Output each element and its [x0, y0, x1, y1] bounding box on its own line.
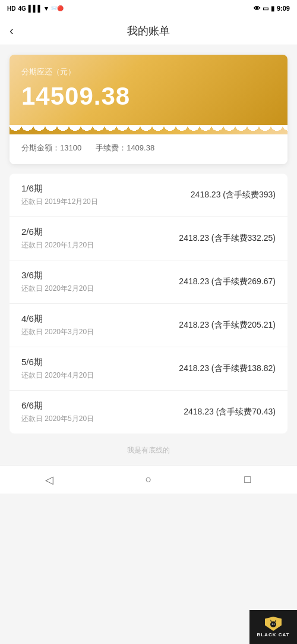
summary-card: 分期应还（元） 14509.38 分期金额：13100 手续费：1409.38: [10, 55, 287, 164]
shield-icon: [265, 617, 282, 631]
recent-nav-button[interactable]: □: [239, 472, 256, 488]
item-amount-3: 2418.23 (含手续费205.21): [179, 320, 276, 331]
item-left-4: 5/6期 还款日 2020年4月20日: [21, 357, 94, 381]
item-period-0: 1/6期: [21, 183, 98, 194]
signal-icon: ▌▌▌: [29, 5, 42, 12]
item-period-1: 2/6期: [21, 227, 94, 238]
item-left-0: 1/6期 还款日 2019年12月20日: [21, 183, 98, 207]
carrier-text: HD: [7, 5, 15, 12]
time-display: 9:09: [277, 5, 290, 12]
installment-item: 4/6期 还款日 2020年3月20日 2418.23 (含手续费205.21): [10, 304, 287, 347]
page-title: 我的账单: [127, 24, 170, 38]
item-amount-1: 2418.23 (含手续费332.25): [179, 233, 276, 244]
black-cat-watermark: BLACK CAT: [249, 610, 297, 644]
item-amount-2: 2418.23 (含手续费269.67): [179, 277, 276, 287]
black-cat-label: BLACK CAT: [257, 632, 289, 637]
installment-item: 1/6期 还款日 2019年12月20日 2418.23 (含手续费393): [10, 174, 287, 217]
item-date-2: 还款日 2020年2月20日: [21, 284, 94, 294]
item-left-2: 3/6期 还款日 2020年2月20日: [21, 270, 94, 294]
item-left-1: 2/6期 还款日 2020年1月20日: [21, 227, 94, 250]
item-left-5: 6/6期 还款日 2020年5月20日: [21, 400, 94, 424]
footer-text: 我是有底线的: [0, 433, 297, 463]
4g-icon: 4G: [18, 5, 26, 12]
battery-icon: ▮: [271, 5, 274, 12]
fee-detail: 手续费：1409.38: [96, 143, 154, 153]
status-left: HD 4G ▌▌▌ ▾ 📨🔴: [7, 5, 64, 12]
installment-item: 2/6期 还款日 2020年1月20日 2418.23 (含手续费332.25): [10, 217, 287, 260]
svg-point-3: [272, 624, 273, 625]
installment-list: 1/6期 还款日 2019年12月20日 2418.23 (含手续费393) 2…: [10, 174, 287, 433]
svg-marker-1: [270, 620, 272, 622]
cat-face-icon: [268, 619, 278, 629]
svg-point-4: [274, 624, 275, 625]
svg-marker-2: [274, 620, 276, 622]
item-period-3: 4/6期: [21, 313, 94, 325]
wifi-icon: ▾: [45, 5, 48, 12]
eye-icon: 👁: [254, 5, 260, 12]
installment-item: 5/6期 还款日 2020年4月20日 2418.23 (含手续费138.82): [10, 347, 287, 391]
installment-amount-detail: 分期金额：13100: [21, 143, 81, 153]
item-amount-4: 2418.23 (含手续费138.82): [179, 363, 276, 374]
item-left-3: 4/6期 还款日 2020年3月20日: [21, 313, 94, 337]
item-date-5: 还款日 2020年5月20日: [21, 414, 94, 424]
bottom-nav: ◁ ○ □ BLACK CAT: [0, 465, 297, 494]
item-date-4: 还款日 2020年4月20日: [21, 370, 94, 381]
item-period-2: 3/6期: [21, 270, 94, 281]
item-amount-5: 2418.23 (含手续费70.43): [184, 407, 276, 417]
page-header: ‹ 我的账单: [0, 17, 297, 45]
card-bottom: 分期金额：13100 手续费：1409.38: [10, 134, 287, 164]
card-top: 分期应还（元） 14509.38: [10, 55, 287, 125]
status-bar: HD 4G ▌▌▌ ▾ 📨🔴 👁 ▭ ▮ 9:09: [0, 0, 297, 17]
screen-icon: ▭: [263, 5, 268, 12]
installment-item: 3/6期 还款日 2020年2月20日 2418.23 (含手续费269.67): [10, 260, 287, 304]
svg-point-0: [270, 621, 276, 627]
zigzag-divider: [10, 125, 287, 134]
item-date-3: 还款日 2020年3月20日: [21, 327, 94, 337]
item-period-4: 5/6期: [21, 357, 94, 368]
back-nav-button[interactable]: ◁: [41, 472, 58, 488]
installment-item: 6/6期 还款日 2020年5月20日 2418.23 (含手续费70.43): [10, 391, 287, 433]
item-date-0: 还款日 2019年12月20日: [21, 197, 98, 207]
card-label: 分期应还（元）: [21, 67, 276, 77]
card-amount: 14509.38: [21, 82, 276, 111]
item-date-1: 还款日 2020年1月20日: [21, 240, 94, 250]
back-button[interactable]: ‹: [10, 24, 14, 37]
item-amount-0: 2418.23 (含手续费393): [191, 190, 276, 200]
home-nav-button[interactable]: ○: [140, 472, 157, 488]
notification-icons: 📨🔴: [50, 5, 64, 11]
item-period-5: 6/6期: [21, 400, 94, 411]
card-detail: 分期金额：13100 手续费：1409.38: [21, 143, 276, 153]
status-right: 👁 ▭ ▮ 9:09: [254, 5, 290, 12]
